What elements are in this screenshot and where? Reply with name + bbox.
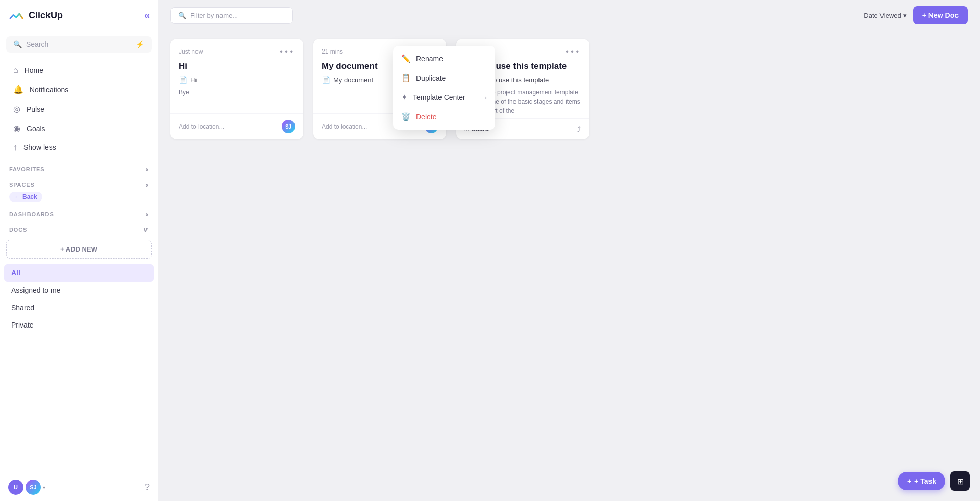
docs-filters: All Assigned to me Shared Private — [0, 263, 158, 335]
sidebar-header: ClickUp « — [0, 0, 158, 31]
sidebar-item-pulse[interactable]: ◎ Pulse — [4, 99, 154, 118]
sidebar-item-home-label: Home — [24, 66, 43, 74]
cards-area: Just now • • • Hi 📄 Hi Bye Add to locati… — [158, 31, 980, 501]
card-1-time: Just now — [179, 48, 203, 55]
card-1-add-location[interactable]: Add to location... — [179, 123, 224, 130]
card-2-add-location[interactable]: Add to location... — [322, 123, 367, 130]
dashboards-chevron[interactable]: › — [145, 210, 149, 218]
docs-label: DOCS — [9, 227, 27, 233]
collapse-sidebar-button[interactable]: « — [144, 10, 150, 21]
card-3-more-button[interactable]: • • • — [564, 46, 581, 57]
menu-item-template-center[interactable]: ✦ Template Center › — [393, 88, 495, 107]
filter-search-icon: 🔍 — [178, 12, 186, 19]
lightning-icon[interactable]: ⚡ — [136, 40, 144, 48]
menu-item-rename-label: Rename — [416, 55, 443, 63]
logo-text: ClickUp — [29, 10, 63, 21]
dashboards-label: DASHBOARDS — [9, 211, 54, 217]
add-new-label: + ADD NEW — [60, 245, 97, 253]
sort-chevron-icon: ▾ — [903, 12, 907, 19]
sidebar-item-goals-label: Goals — [27, 124, 45, 133]
filter-placeholder: Filter by name... — [190, 12, 238, 19]
card-1-more-button[interactable]: • • • — [278, 46, 295, 57]
topbar-right: Date Viewed ▾ + New Doc — [864, 6, 968, 24]
grid-view-button[interactable]: ⊞ — [950, 471, 970, 491]
goals-icon: ◉ — [13, 123, 20, 133]
favorites-label: FAVORITES — [9, 166, 44, 172]
spaces-back-button[interactable]: ← Back — [9, 192, 42, 202]
sidebar-item-showless-label: Show less — [23, 143, 56, 152]
main-content: 🔍 Filter by name... Date Viewed ▾ + New … — [158, 0, 980, 501]
bottom-right-actions: + + Task ⊞ — [898, 471, 970, 491]
docs-chevron[interactable]: ∨ — [143, 226, 149, 234]
docs-filter-private[interactable]: Private — [4, 316, 154, 334]
card-1-doc-icon: 📄 — [179, 76, 187, 84]
menu-item-delete[interactable]: 🗑️ Delete — [393, 107, 495, 127]
docs-filter-all[interactable]: All — [4, 264, 154, 282]
task-plus-icon: + — [907, 477, 911, 485]
search-placeholder: Search — [26, 40, 48, 48]
menu-item-rename[interactable]: ✏️ Rename — [393, 49, 495, 68]
card-1-avatar: SJ — [282, 120, 295, 133]
rename-icon: ✏️ — [401, 54, 411, 63]
docs-section: DOCS ∨ — [0, 220, 158, 236]
topbar: 🔍 Filter by name... Date Viewed ▾ + New … — [158, 0, 980, 31]
duplicate-icon: 📋 — [401, 73, 411, 83]
avatar-sj[interactable]: SJ — [26, 480, 41, 495]
spaces-section: SPACES › — [0, 176, 158, 191]
avatar-group: U SJ ▾ — [8, 480, 45, 495]
help-button[interactable]: ? — [145, 483, 150, 492]
avatar-u[interactable]: U — [8, 480, 23, 495]
clickup-logo-icon — [8, 7, 24, 23]
card-1-doc-row: 📄 Hi — [170, 74, 303, 85]
home-icon: ⌂ — [13, 66, 18, 75]
showless-icon: ↑ — [13, 143, 17, 152]
card-1-snippet: Bye — [170, 85, 303, 100]
sidebar-item-notifications[interactable]: 🔔 Notifications — [4, 80, 154, 99]
doc-card-1: Just now • • • Hi 📄 Hi Bye Add to locati… — [170, 39, 303, 139]
new-doc-button[interactable]: + New Doc — [913, 6, 968, 24]
menu-item-duplicate[interactable]: 📋 Duplicate — [393, 68, 495, 88]
sidebar-item-goals[interactable]: ◉ Goals — [4, 119, 154, 138]
spaces-chevron[interactable]: › — [145, 181, 149, 189]
spaces-label: SPACES — [9, 182, 35, 188]
date-sort-label: Date Viewed — [864, 12, 901, 19]
card-1-title: Hi — [170, 61, 303, 74]
template-center-chevron: › — [485, 94, 487, 102]
sidebar-item-home[interactable]: ⌂ Home — [4, 61, 154, 80]
date-sort-button[interactable]: Date Viewed ▾ — [864, 12, 906, 19]
sidebar-footer: U SJ ▾ ? — [0, 473, 158, 501]
docs-filter-assigned[interactable]: Assigned to me — [4, 282, 154, 299]
context-menu: ✏️ Rename 📋 Duplicate ✦ Template Center … — [393, 46, 495, 130]
favorites-chevron[interactable]: › — [145, 165, 149, 173]
card-1-header: Just now • • • — [170, 39, 303, 61]
search-icon: 🔍 — [13, 40, 22, 48]
dashboards-section: DASHBOARDS › — [0, 205, 158, 220]
menu-item-duplicate-label: Duplicate — [416, 74, 446, 82]
task-label: + Task — [914, 477, 936, 485]
card-2-doc-name: My document — [333, 76, 373, 84]
delete-icon: 🗑️ — [401, 112, 411, 121]
menu-item-delete-label: Delete — [416, 113, 436, 121]
sidebar: ClickUp « 🔍 Search ⚡ ⌂ Home 🔔 Notificati… — [0, 0, 158, 501]
menu-item-template-center-label: Template Center — [413, 93, 465, 102]
spaces-back-row: ← Back — [0, 191, 158, 205]
card-2-time: 21 mins — [322, 48, 343, 55]
grid-icon: ⊞ — [957, 477, 964, 486]
nav-items: ⌂ Home 🔔 Notifications ◎ Pulse ◉ Goals ↑… — [0, 58, 158, 160]
avatar-chevron[interactable]: ▾ — [43, 485, 45, 490]
add-task-button[interactable]: + + Task — [898, 472, 945, 490]
card-3-share-icon[interactable]: ⤴ — [577, 125, 581, 133]
docs-filter-shared[interactable]: Shared — [4, 299, 154, 316]
sidebar-item-showless[interactable]: ↑ Show less — [4, 138, 154, 157]
sidebar-item-notifications-label: Notifications — [30, 86, 68, 94]
add-new-button[interactable]: + ADD NEW — [6, 240, 152, 259]
card-1-footer: Add to location... SJ — [170, 113, 303, 139]
filter-input[interactable]: 🔍 Filter by name... — [170, 7, 293, 24]
template-center-icon: ✦ — [401, 93, 408, 102]
card-1-doc-name: Hi — [190, 76, 197, 84]
search-bar[interactable]: 🔍 Search ⚡ — [6, 36, 152, 53]
pulse-icon: ◎ — [13, 104, 20, 114]
notifications-icon: 🔔 — [13, 85, 23, 94]
sidebar-item-pulse-label: Pulse — [27, 105, 44, 113]
favorites-section: FAVORITES › — [0, 160, 158, 176]
